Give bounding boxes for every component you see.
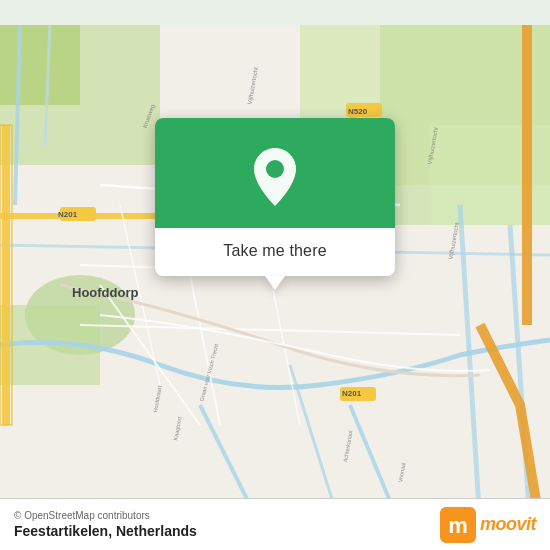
svg-rect-16: [2, 125, 10, 425]
svg-text:N201: N201: [342, 389, 362, 398]
location-pin-icon: [248, 146, 302, 208]
take-me-there-button[interactable]: Take me there: [223, 240, 326, 262]
popup-button-area: Take me there: [155, 228, 395, 276]
svg-text:N520: N520: [348, 107, 368, 116]
moovit-logo: m moovit: [440, 507, 536, 543]
svg-text:Hoofddorp: Hoofddorp: [72, 285, 138, 300]
location-name: Feestartikelen, Netherlands: [14, 523, 197, 539]
popup-card: Take me there: [155, 118, 395, 276]
copyright-text: © OpenStreetMap contributors: [14, 510, 197, 521]
footer-left: © OpenStreetMap contributors Feestartike…: [14, 510, 197, 539]
svg-rect-2: [0, 25, 80, 105]
svg-rect-22: [522, 25, 532, 325]
footer: © OpenStreetMap contributors Feestartike…: [0, 498, 550, 550]
popup-header: [155, 118, 395, 228]
moovit-icon: m: [440, 507, 476, 543]
svg-text:N201: N201: [58, 210, 78, 219]
svg-text:m: m: [448, 513, 468, 538]
map-container: N201 N520 N201 Kruisweg Vijfhuizertocht …: [0, 0, 550, 550]
svg-point-44: [266, 160, 284, 178]
moovit-wordmark: moovit: [480, 514, 536, 535]
